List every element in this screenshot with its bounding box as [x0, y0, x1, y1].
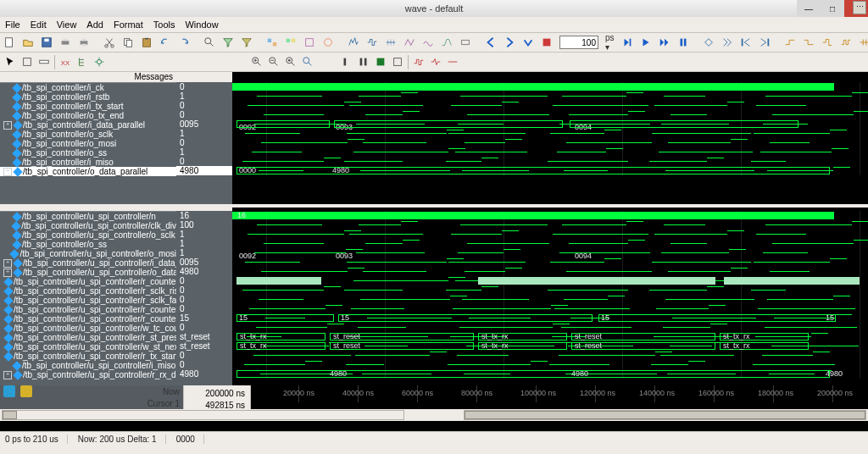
- toggle2-icon[interactable]: [20, 385, 32, 397]
- menu-window[interactable]: Window: [185, 19, 218, 30]
- edge3-icon[interactable]: [821, 36, 833, 49]
- wave4-icon[interactable]: [403, 36, 415, 49]
- edge1-icon[interactable]: [784, 36, 796, 49]
- signal-values-column[interactable]: 0100009510104980: [176, 72, 232, 204]
- expand-icon[interactable]: +: [3, 269, 12, 277]
- signal-row[interactable]: /tb_spi_controller/u_spi_controller/o_sc…: [0, 230, 176, 240]
- cursor-last-icon[interactable]: [759, 36, 771, 49]
- signal-row[interactable]: /tb_spi_controller/u_spi_controller/r_st…: [0, 333, 176, 342]
- print2-icon[interactable]: [78, 36, 90, 49]
- waveform2-icon[interactable]: [429, 55, 442, 69]
- cut-icon[interactable]: [103, 36, 115, 49]
- waveform-area-2[interactable]: 0092009300941615151515st_tx_rxst_resetst…: [232, 208, 868, 385]
- left-arrow-icon[interactable]: [485, 36, 497, 49]
- sq4-icon[interactable]: [391, 55, 404, 69]
- txt-toggle-icon[interactable]: XX: [58, 55, 72, 69]
- gear-icon[interactable]: [92, 55, 106, 69]
- run-icon[interactable]: [640, 36, 652, 49]
- signal-names-column[interactable]: Messages /tb_spi_controller/i_ck/tb_spi_…: [0, 72, 176, 204]
- print-icon[interactable]: [59, 36, 71, 49]
- cursor-right-icon[interactable]: [721, 36, 733, 49]
- wave2-icon[interactable]: [366, 36, 378, 49]
- filter-icon[interactable]: [222, 36, 234, 49]
- menu-add[interactable]: Add: [86, 19, 103, 30]
- waveform-area-1[interactable]: 00920093009400004980: [232, 72, 868, 204]
- wave1-icon[interactable]: [348, 36, 359, 49]
- sq3-icon[interactable]: [374, 55, 387, 69]
- save-icon[interactable]: [41, 36, 53, 49]
- zoom-full-icon[interactable]: [284, 55, 298, 69]
- pointer-icon[interactable]: [3, 55, 17, 69]
- waveform3-icon[interactable]: [446, 55, 459, 69]
- zoom-out-icon[interactable]: [267, 55, 281, 69]
- time-input[interactable]: [559, 36, 598, 49]
- signal-row[interactable]: /tb_spi_controller/o_mosi: [0, 139, 176, 148]
- wave6-icon[interactable]: [441, 36, 453, 49]
- signal-row[interactable]: /tb_spi_controller/u_spi_controller/r_co…: [0, 305, 176, 314]
- waveform-icon[interactable]: [412, 55, 426, 69]
- signal-row[interactable]: /tb_spi_controller/u_spi_controller/n: [0, 212, 176, 221]
- toggle1-icon[interactable]: [3, 385, 15, 397]
- expand-icon[interactable]: +: [3, 168, 12, 176]
- signal-row[interactable]: /tb_spi_controller/u_spi_controller/o_mo…: [0, 249, 176, 258]
- signal-row[interactable]: /tb_spi_controller/u_spi_controller/w_tc…: [0, 324, 176, 333]
- menu-edit[interactable]: Edit: [31, 19, 47, 30]
- expand-icon[interactable]: +: [3, 121, 12, 130]
- misc1-icon[interactable]: [266, 36, 278, 49]
- edge2-icon[interactable]: [803, 36, 815, 49]
- filter2-icon[interactable]: [241, 36, 253, 49]
- signal-row[interactable]: /tb_spi_controller/u_spi_controller/r_co…: [0, 314, 176, 324]
- wave3-icon[interactable]: [385, 36, 397, 49]
- paste-icon[interactable]: [141, 36, 153, 49]
- ruler-icon[interactable]: [37, 55, 51, 69]
- down-arrow-icon[interactable]: [522, 36, 534, 49]
- signal-row[interactable]: /tb_spi_controller/o_sclk: [0, 130, 176, 139]
- stop-icon[interactable]: [541, 36, 553, 49]
- signal-row[interactable]: /tb_spi_controller/u_spi_controller/r_co…: [0, 277, 176, 286]
- signal-row[interactable]: /tb_spi_controller/u_spi_controller/r_sc…: [0, 286, 176, 296]
- signal-row[interactable]: /tb_spi_controller/u_spi_controller/i_mi…: [0, 361, 176, 370]
- wave5-icon[interactable]: [422, 36, 434, 49]
- right-arrow-icon[interactable]: [504, 36, 515, 49]
- signal-row[interactable]: /tb_spi_controller/u_spi_controller/r_sc…: [0, 296, 176, 305]
- signal-row[interactable]: +/tb_spi_controller/i_data_parallel: [0, 120, 176, 130]
- zoom-prev-icon[interactable]: [301, 55, 314, 69]
- tree-icon[interactable]: [75, 55, 89, 69]
- step-forward-icon[interactable]: [621, 36, 633, 49]
- minimize-button[interactable]: —: [797, 0, 821, 17]
- grab-icon[interactable]: [20, 55, 34, 69]
- sq2-icon[interactable]: [357, 55, 370, 69]
- signal-row[interactable]: /tb_spi_controller/u_spi_controller/w_st…: [0, 342, 176, 352]
- pause-icon[interactable]: [677, 36, 689, 49]
- misc2-icon[interactable]: [285, 36, 297, 49]
- signal-row[interactable]: /tb_spi_controller/i_tx_start: [0, 102, 176, 111]
- redo-icon[interactable]: [178, 36, 190, 49]
- signal-row[interactable]: +/tb_spi_controller/u_spi_controller/r_r…: [0, 370, 176, 379]
- signal-row[interactable]: /tb_spi_controller/u_spi_controller/clk_…: [0, 221, 176, 230]
- misc4-icon[interactable]: [322, 36, 334, 49]
- maximize-button[interactable]: □: [821, 0, 844, 17]
- signal-row[interactable]: /tb_spi_controller/o_ss: [0, 148, 176, 158]
- signal-row[interactable]: /tb_spi_controller/u_spi_controller/r_tx…: [0, 352, 176, 361]
- wave-scroll-thumb[interactable]: [465, 411, 865, 419]
- menu-tools[interactable]: Tools: [153, 19, 175, 30]
- find-icon[interactable]: [203, 36, 215, 49]
- signal-row[interactable]: +/tb_spi_controller/u_spi_controller/o_d…: [0, 268, 176, 277]
- menu-file[interactable]: File: [5, 19, 20, 30]
- toolbar-overflow-button[interactable]: ⋯: [853, 1, 866, 14]
- menu-format[interactable]: Format: [114, 19, 143, 30]
- edge5-icon[interactable]: [859, 36, 868, 49]
- signal-row[interactable]: /tb_spi_controller/i_miso: [0, 158, 176, 167]
- run-all-icon[interactable]: [659, 36, 670, 49]
- sig-scroll-thumb[interactable]: [3, 411, 17, 419]
- signal-names-column-2[interactable]: /tb_spi_controller/u_spi_controller/n/tb…: [0, 208, 176, 385]
- signal-row[interactable]: +/tb_spi_controller/u_spi_controller/i_d…: [0, 258, 176, 268]
- menu-view[interactable]: View: [57, 19, 77, 30]
- time-ruler[interactable]: 20000 ns40000 ns60000 ns80000 ns100000 n…: [251, 385, 868, 402]
- new-file-icon[interactable]: [3, 36, 15, 49]
- signal-row[interactable]: /tb_spi_controller/i_rstb: [0, 92, 176, 102]
- time-unit-label[interactable]: ps ▾: [605, 33, 615, 52]
- signal-values-column-2[interactable]: 16100111009549800000150st_resetst_reset0…: [176, 208, 232, 385]
- sq1-icon[interactable]: [340, 55, 353, 69]
- open-file-icon[interactable]: [22, 36, 34, 49]
